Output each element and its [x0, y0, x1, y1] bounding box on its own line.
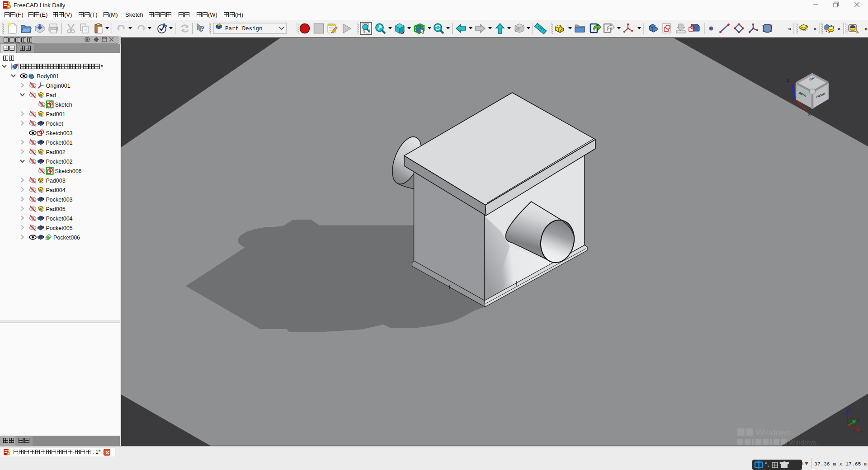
svg-text:Pad005: Pad005: [46, 206, 66, 212]
svg-text:Z: Z: [787, 78, 790, 83]
svg-text:-: -: [81, 64, 83, 70]
svg-text:Pocket: Pocket: [46, 121, 64, 127]
svg-text:Part Design: Part Design: [225, 26, 263, 32]
svg-text:Pocket006: Pocket006: [53, 235, 80, 241]
svg-text:X: X: [808, 112, 811, 117]
svg-text:Body001: Body001: [37, 73, 59, 80]
svg-text:°,: °,: [765, 461, 769, 468]
svg-text:Sketch: Sketch: [55, 102, 72, 108]
svg-text:Pad: Pad: [46, 92, 56, 99]
svg-text:»: »: [837, 25, 840, 32]
svg-text:Pad003: Pad003: [46, 178, 66, 184]
svg-text:X: X: [860, 430, 863, 434]
svg-text:Y: Y: [857, 418, 860, 422]
svg-text:*: *: [101, 64, 103, 70]
svg-text:Pad002: Pad002: [46, 149, 66, 155]
svg-text:Windows.: Windows.: [789, 438, 818, 446]
svg-text:Sketch003: Sketch003: [46, 130, 73, 136]
svg-text:Pad001: Pad001: [46, 111, 66, 118]
svg-text:Pocket001: Pocket001: [46, 140, 73, 146]
svg-text:»: »: [813, 25, 816, 32]
svg-text:Windows: Windows: [756, 428, 791, 437]
svg-text:Pocket002: Pocket002: [46, 159, 73, 165]
svg-text:»: »: [864, 25, 868, 32]
svg-text:Pad004: Pad004: [46, 187, 66, 193]
svg-text:Z: Z: [849, 408, 851, 412]
svg-text:Origin001: Origin001: [46, 83, 71, 89]
svg-text:Sketch006: Sketch006: [55, 168, 82, 174]
svg-text:?: ?: [201, 24, 205, 33]
svg-text:Pocket004: Pocket004: [46, 216, 73, 222]
svg-text:»: »: [788, 25, 791, 32]
svg-text:Pocket005: Pocket005: [46, 225, 73, 231]
svg-text:Pocket003: Pocket003: [46, 197, 73, 203]
